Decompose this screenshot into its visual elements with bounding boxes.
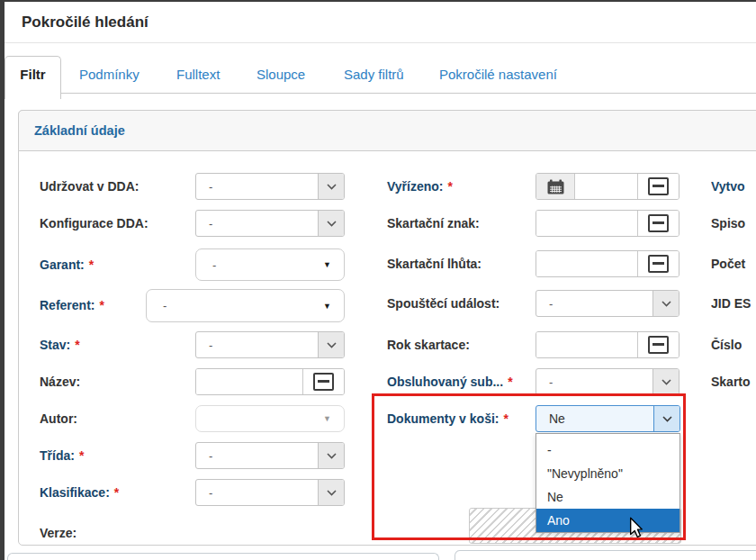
skartacni-lhuta-field-group	[536, 250, 680, 277]
select-value: -	[196, 332, 318, 357]
dropdown-option[interactable]: -	[536, 438, 680, 462]
label-vyrizeno: Vyřízeno:*	[387, 179, 453, 194]
required-marker: *	[114, 485, 119, 500]
konfigurace-dda-select[interactable]: -	[195, 210, 345, 237]
autor-combobox[interactable]: ▼	[195, 405, 345, 432]
clear-button[interactable]	[637, 251, 679, 276]
label-obsluhovany-subjekt: Obsluhovaný sub...*	[387, 375, 513, 389]
page-background: Pokročilé hledání Filtr Podmínky Fulltex…	[0, 0, 756, 560]
label-udrzovat-v-dda: Udržovat v DDA:	[40, 179, 139, 194]
select-value: -	[536, 291, 652, 316]
minus-icon	[648, 177, 669, 195]
required-marker: *	[89, 257, 94, 272]
dropdown-option-highlighted[interactable]: Ano	[536, 509, 680, 532]
select-value: -	[196, 211, 318, 236]
label-pocet: Počet	[711, 257, 756, 271]
label-trida: Třída:*	[40, 448, 84, 463]
next-section-panel	[7, 553, 439, 560]
dropdown-option[interactable]: "Nevyplněno"	[536, 462, 680, 485]
caret-down-icon: ▼	[323, 414, 331, 423]
label-nazev: Název:	[40, 375, 80, 389]
tab-sady-filtru[interactable]: Sady filtrů	[344, 67, 404, 82]
obsluhovany-subjekt-select[interactable]: -	[536, 368, 680, 395]
clear-button[interactable]	[302, 369, 344, 394]
select-value: -	[196, 443, 318, 468]
label-jid-ess: JID ES	[711, 296, 756, 311]
trida-select[interactable]: -	[195, 442, 345, 469]
dokumenty-v-kosi-dropdown: - "Nevyplněno" Ne Ano	[536, 433, 680, 533]
label-stav: Stav:*	[40, 338, 80, 352]
tab-podminky[interactable]: Podmínky	[79, 67, 140, 82]
chevron-down-icon	[318, 443, 344, 468]
minus-icon	[648, 255, 669, 273]
label-skartovano: Skarto	[711, 375, 756, 389]
spousteci-udalost-select[interactable]: -	[536, 290, 680, 317]
clear-button[interactable]	[637, 211, 679, 236]
dokumenty-v-kosi-select[interactable]: Ne	[536, 405, 680, 432]
required-marker: *	[448, 179, 453, 194]
skartacni-lhuta-input[interactable]	[536, 251, 637, 276]
klasifikace-select[interactable]: -	[195, 479, 345, 506]
chevron-down-icon	[652, 369, 679, 394]
label-referent: Referent:*	[40, 298, 104, 312]
label-rok-skartace: Rok skartace:	[387, 338, 470, 352]
combo-value: -	[147, 299, 323, 312]
required-marker: *	[508, 375, 512, 389]
calendar-button[interactable]	[536, 174, 575, 199]
tabbar-divider	[4, 93, 756, 94]
dialog-title: Pokročilé hledání	[22, 14, 148, 32]
caret-down-icon: ▼	[323, 302, 331, 311]
select-value: -	[196, 174, 318, 199]
label-skartacni-znak: Skartační znak:	[387, 216, 480, 230]
tab-filtr[interactable]: Filtr	[4, 56, 61, 99]
skartacni-znak-input[interactable]	[536, 211, 637, 236]
chevron-down-icon	[318, 480, 344, 505]
rok-skartace-input[interactable]	[536, 332, 637, 357]
vyrizeno-date-input[interactable]	[575, 174, 637, 199]
label-skartacni-lhuta: Skartační lhůta:	[387, 257, 482, 271]
required-marker: *	[79, 448, 84, 463]
stav-select[interactable]: -	[195, 331, 345, 358]
label-spisovy: Spiso	[711, 216, 756, 230]
select-value: -	[536, 369, 652, 394]
tab-fulltext[interactable]: Fulltext	[176, 67, 220, 82]
nazev-field-group	[195, 368, 345, 395]
chevron-down-icon	[318, 174, 344, 199]
udrzovat-v-dda-select[interactable]: -	[195, 173, 345, 200]
chevron-down-icon	[318, 211, 344, 236]
section-title: Základní údaje	[18, 110, 756, 151]
title-divider	[4, 42, 756, 43]
label-spousteci-udalost: Spouštěcí událost:	[387, 296, 500, 311]
referent-combobox[interactable]: - ▼	[146, 289, 345, 322]
tab-sloupce[interactable]: Sloupce	[256, 67, 305, 82]
next-section-panel	[454, 550, 756, 560]
label-vytvoreno: Vytvo	[711, 179, 756, 194]
required-marker: *	[75, 338, 79, 352]
chevron-down-icon	[653, 406, 680, 431]
calendar-icon	[547, 179, 564, 194]
tab-pokrocile-nastaveni[interactable]: Pokročilé nastavení	[439, 67, 557, 82]
label-garant: Garant:*	[40, 257, 94, 272]
select-value: Ne	[536, 406, 653, 431]
label-autor: Autor:	[40, 411, 77, 426]
caret-down-icon: ▼	[323, 260, 331, 269]
mouse-cursor-icon	[629, 517, 644, 542]
minus-icon	[648, 214, 669, 232]
minus-icon	[648, 336, 669, 354]
garant-combobox[interactable]: - ▼	[195, 248, 345, 281]
rok-skartace-field-group	[536, 331, 680, 358]
label-cislo: Číslo	[711, 338, 756, 352]
label-klasifikace: Klasifikace:*	[40, 485, 119, 500]
dropdown-option[interactable]: Ne	[536, 485, 680, 509]
select-value: -	[196, 480, 318, 505]
vyrizeno-field-group	[536, 173, 680, 200]
required-marker: *	[99, 298, 104, 312]
skartacni-znak-field-group	[536, 210, 680, 237]
clear-button[interactable]	[637, 174, 679, 199]
label-konfigurace-dda: Konfigurace DDA:	[40, 216, 148, 230]
chevron-down-icon	[652, 291, 679, 316]
chevron-down-icon	[318, 332, 344, 357]
label-verze: Verze:	[40, 526, 76, 540]
nazev-input[interactable]	[196, 369, 302, 394]
clear-button[interactable]	[637, 332, 679, 357]
